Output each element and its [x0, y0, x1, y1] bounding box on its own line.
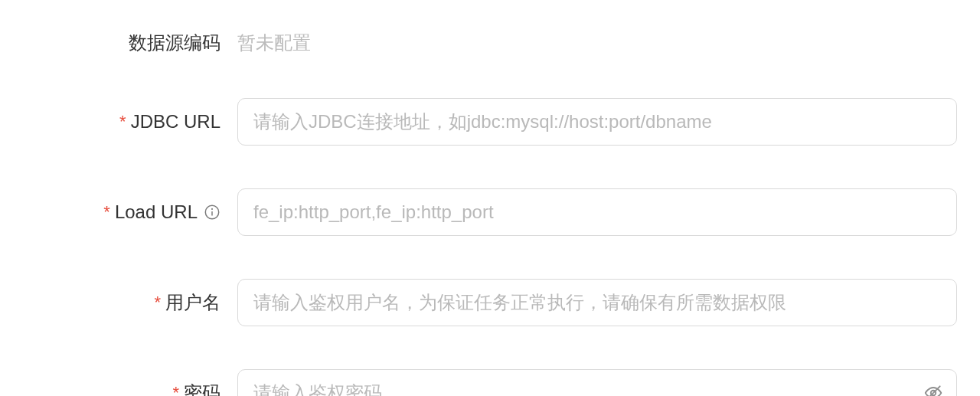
load-url-input[interactable]: [237, 188, 957, 236]
label-datasource-code: 数据源编码: [129, 31, 220, 55]
value-datasource-code: 暂未配置: [237, 32, 311, 53]
label-col-datasource-code: 数据源编码: [23, 31, 237, 55]
input-wrap-jdbc-url: [237, 98, 957, 146]
jdbc-url-input[interactable]: [237, 98, 957, 146]
row-username: * 用户名: [23, 279, 957, 326]
label-password: 密码: [184, 381, 220, 396]
password-input[interactable]: [237, 369, 957, 396]
row-jdbc-url: * JDBC URL: [23, 98, 957, 146]
row-load-url: * Load URL: [23, 188, 957, 236]
label-jdbc-url: JDBC URL: [131, 111, 220, 133]
row-password: * 密码: [23, 369, 957, 396]
required-mark: *: [172, 385, 179, 396]
label-col-jdbc-url: * JDBC URL: [23, 111, 237, 133]
eye-off-icon[interactable]: [923, 383, 943, 396]
row-datasource-code: 数据源编码 暂未配置: [23, 31, 957, 55]
label-col-password: * 密码: [23, 381, 237, 396]
required-mark: *: [154, 294, 161, 311]
username-input[interactable]: [237, 279, 957, 326]
value-col-datasource-code: 暂未配置: [237, 31, 957, 55]
input-wrap-load-url: [237, 188, 957, 236]
input-col-username: [237, 279, 957, 326]
info-icon[interactable]: [204, 204, 220, 221]
label-username: 用户名: [165, 290, 220, 315]
input-col-jdbc-url: [237, 98, 957, 146]
input-wrap-password: [237, 369, 957, 396]
input-col-load-url: [237, 188, 957, 236]
input-col-password: [237, 369, 957, 396]
required-mark: *: [119, 113, 126, 130]
label-load-url: Load URL: [115, 201, 198, 223]
required-mark: *: [103, 204, 110, 221]
label-col-username: * 用户名: [23, 290, 237, 315]
label-col-load-url: * Load URL: [23, 201, 237, 223]
input-wrap-username: [237, 279, 957, 326]
svg-point-2: [211, 208, 213, 210]
